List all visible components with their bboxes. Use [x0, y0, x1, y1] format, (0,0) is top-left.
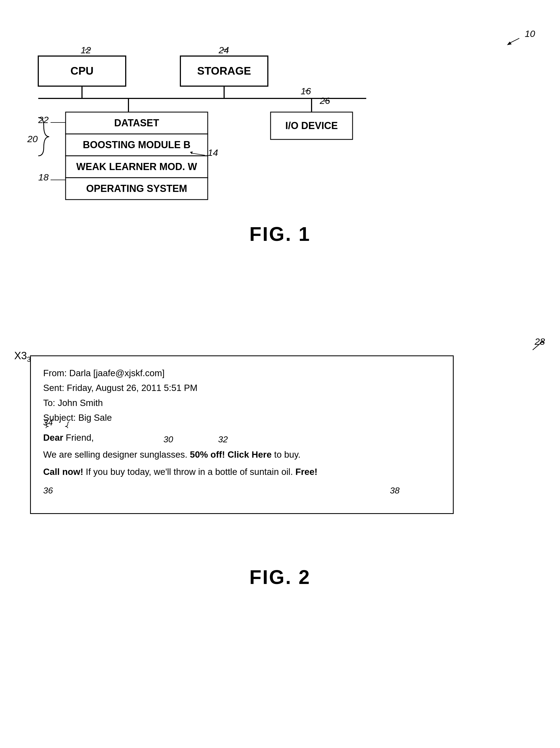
- ref36: 36: [43, 486, 53, 496]
- email-to: To: John Smith: [43, 396, 441, 411]
- line2-pre: We are selling designer sunglasses.: [43, 449, 190, 460]
- svg-text:20: 20: [27, 134, 38, 144]
- line3-mid: If you buy today, we'll throw in a bottl…: [83, 467, 295, 477]
- curly34: [43, 420, 71, 428]
- line3-bold2: Free!: [295, 467, 318, 477]
- line3-bold1: Call now!: [43, 467, 83, 477]
- svg-text:18: 18: [38, 172, 49, 182]
- fig1-label: FIG. 1: [249, 223, 311, 245]
- svg-text:DATASET: DATASET: [114, 117, 159, 128]
- email-from: From: Darla [jaafe@xjskf.com]: [43, 366, 441, 380]
- ref28-arrow: [527, 336, 549, 355]
- email-body: 34 Dear Friend, 30 32 We are selling des…: [43, 429, 441, 481]
- line2-bold2: Click Here: [227, 449, 271, 460]
- svg-line-34: [533, 342, 542, 350]
- line2-mid: [225, 449, 227, 460]
- svg-text:STORAGE: STORAGE: [197, 65, 251, 77]
- fig1-diagram: 10 12 CPU 24 STORAGE 16 22: [11, 22, 549, 213]
- line2-bold1: 50% off!: [190, 449, 225, 460]
- svg-text:CPU: CPU: [71, 65, 94, 77]
- dear-bold: Dear: [43, 433, 63, 443]
- ref38: 38: [390, 486, 399, 496]
- page: 10 12 CPU 24 STORAGE 16 22: [0, 0, 560, 748]
- fig2-label: FIG. 2: [249, 566, 311, 588]
- svg-text:I/O DEVICE: I/O DEVICE: [285, 120, 338, 131]
- ref30: 30: [164, 431, 173, 448]
- email-subject: Subject: Big Sale: [43, 411, 441, 425]
- friend-text: Friend,: [63, 433, 94, 443]
- email-container: From: Darla [jaafe@xjskf.com] Sent: Frid…: [30, 355, 454, 514]
- ref32: 32: [218, 431, 228, 448]
- line2-post: to buy.: [272, 449, 301, 460]
- email-sent: Sent: Friday, August 26, 2011 5:51 PM: [43, 380, 441, 395]
- svg-text:14: 14: [208, 147, 218, 158]
- svg-text:OPERATING SYSTEM: OPERATING SYSTEM: [86, 183, 187, 194]
- x3-label: X33: [14, 350, 31, 364]
- svg-text:WEAK LEARNER MOD. W: WEAK LEARNER MOD. W: [76, 161, 197, 172]
- svg-text:BOOSTING MODULE B: BOOSTING MODULE B: [83, 139, 191, 150]
- svg-text:10: 10: [525, 28, 535, 39]
